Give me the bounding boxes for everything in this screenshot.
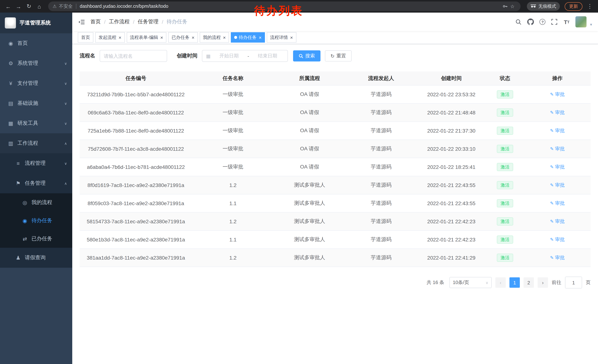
table-cell: 75d72608-7b7f-11ec-a3c8-acde48001122 — [80, 140, 192, 158]
update-button[interactable]: 更新 — [565, 2, 582, 11]
approve-link[interactable]: ✎ 审批 — [550, 200, 565, 206]
key-icon[interactable] — [501, 2, 509, 11]
tab-label: 首页 — [81, 34, 90, 40]
security-label[interactable]: 不安全 — [59, 3, 73, 9]
table-cell: 2022-01-22 18:25:41 — [417, 158, 486, 176]
sidebar-item-payment-management[interactable]: ¥ 支付管理 ∨ — [0, 73, 72, 93]
table-cell: ✎ 审批 — [524, 85, 590, 104]
end-date-placeholder: 结束日期 — [251, 53, 284, 59]
date-range-picker[interactable]: ▦ 开始日期 - 结束日期 — [202, 50, 288, 62]
tab-close-icon[interactable]: × — [223, 35, 226, 40]
pager-pages: 12 — [509, 277, 534, 288]
table-cell: 芋道源码 — [345, 85, 417, 104]
menu-dots-icon[interactable]: ⋮ — [585, 2, 594, 11]
tab-my-processes[interactable]: 我的流程× — [200, 32, 229, 43]
table-cell: 8f0d1619-7ac8-11ec-a9e2-a2380e71991a — [80, 176, 192, 194]
sidebar-item-my-processes[interactable]: ◎ 我的流程 — [0, 193, 72, 211]
forward-icon[interactable]: → — [14, 2, 23, 11]
tab-home[interactable]: 首页 — [78, 32, 93, 43]
filter-bar: 流程名 创建时间 ▦ 开始日期 - 结束日期 搜索 ↻ — [80, 50, 590, 62]
table-cell: 芋道源码 — [345, 176, 417, 194]
sidebar-item-home[interactable]: ◉ 首页 — [0, 33, 72, 53]
star-icon[interactable]: ☆ — [509, 2, 516, 11]
breadcrumb-item[interactable]: 任务管理 — [138, 18, 158, 25]
approve-link[interactable]: ✎ 审批 — [550, 164, 565, 170]
approve-link[interactable]: ✎ 审批 — [550, 110, 565, 115]
next-page-button[interactable]: › — [538, 277, 548, 288]
calendar-icon: ▦ — [206, 53, 211, 59]
table-cell: 1.1 — [192, 231, 274, 249]
app-title: 芋道管理系统 — [20, 20, 51, 26]
tab-label: 已办任务 — [172, 34, 189, 40]
approve-link[interactable]: ✎ 审批 — [550, 255, 565, 260]
app-logo[interactable]: 芋道管理系统 — [0, 13, 72, 33]
search-icon[interactable] — [515, 18, 522, 25]
tab-close-icon[interactable]: × — [259, 35, 262, 40]
tab-todo-tasks[interactable]: 待办任务× — [231, 32, 265, 43]
table-cell: 2022-01-22 23:53:32 — [417, 85, 486, 104]
page-button-2[interactable]: 2 — [523, 277, 534, 288]
chevron-down-icon: ∨ — [64, 61, 67, 65]
approve-link[interactable]: ✎ 审批 — [550, 146, 565, 152]
help-icon[interactable]: ? — [540, 19, 546, 25]
sidebar-item-system-management[interactable]: ⚙ 系统管理 ∨ — [0, 53, 72, 73]
github-icon[interactable] — [527, 18, 534, 25]
sidebar-item-process-management[interactable]: ≡ 流程管理 ∨ — [0, 153, 72, 173]
tab-close-icon[interactable]: × — [191, 35, 194, 40]
chevron-down-icon: ∨ — [64, 101, 67, 105]
breadcrumb-item[interactable]: 首页 — [91, 18, 101, 25]
table-cell: 73211d9d-7b9b-11ec-b5b7-acde48001122 — [80, 85, 192, 104]
home-icon[interactable]: ⌂ — [35, 2, 44, 11]
table-row: 75d72608-7b7f-11ec-a3c8-acde48001122一级审批… — [80, 140, 590, 158]
tab-done-tasks[interactable]: 已办任务× — [168, 32, 198, 43]
breadcrumb-separator: / — [104, 19, 106, 25]
sidebar-item-todo-tasks[interactable]: ◉ 待办任务 — [0, 211, 72, 230]
process-name-input[interactable] — [100, 50, 167, 62]
table-cell: 2022-01-22 21:37:30 — [417, 122, 486, 140]
page-button-1[interactable]: 1 — [509, 277, 520, 288]
approve-link[interactable]: ✎ 审批 — [550, 218, 565, 224]
avatar[interactable] — [576, 16, 587, 27]
sidebar-item-leave-query[interactable]: ♟ 请假查询 — [0, 248, 72, 268]
table-cell: ✎ 审批 — [524, 140, 590, 158]
table-cell: 一级审批 — [192, 104, 274, 122]
back-icon[interactable]: ← — [4, 2, 13, 11]
start-date-placeholder: 开始日期 — [213, 53, 245, 59]
reload-icon[interactable]: ↻ — [25, 2, 33, 11]
sidebar-item-dev-tools[interactable]: ▦ 研发工具 ∨ — [0, 113, 72, 133]
tab-process-detail[interactable]: 流程详情× — [267, 32, 296, 43]
sidebar-item-task-management[interactable]: ⚑ 任务管理 ∧ — [0, 173, 72, 193]
chevron-down-icon: ∨ — [64, 161, 67, 165]
sidebar-item-infrastructure[interactable]: ▤ 基础设施 ∨ — [0, 93, 72, 113]
approve-link[interactable]: ✎ 审批 — [550, 237, 565, 242]
approve-link[interactable]: ✎ 审批 — [550, 91, 565, 97]
edit-icon: ✎ — [550, 237, 554, 242]
font-size-icon[interactable]: TT — [563, 18, 570, 25]
goto-page-input[interactable] — [565, 277, 582, 289]
table-row: 725a1eb6-7b88-11ec-8ef0-acde48001122一级审批… — [80, 122, 590, 140]
table-cell: 芋道源码 — [345, 249, 417, 267]
table-cell: ✎ 审批 — [524, 176, 590, 194]
breadcrumb-item[interactable]: 工作流程 — [109, 18, 130, 25]
tab-process-form-edit[interactable]: 流程表单-编辑× — [126, 32, 166, 43]
prev-page-button[interactable]: ‹ — [495, 277, 506, 288]
flag-icon: ⚑ — [15, 180, 22, 186]
sidebar-item-workflow[interactable]: ▥ 工作流程 ∧ — [0, 133, 72, 153]
tab-close-icon[interactable]: × — [290, 35, 293, 40]
tab-start-process[interactable]: 发起流程× — [95, 32, 125, 43]
chevron-up-icon: ∧ — [64, 181, 67, 185]
reset-button[interactable]: ↻ 重置 — [325, 50, 352, 61]
hamburger-icon[interactable] — [78, 19, 85, 25]
caret-down-icon[interactable]: ▾ — [590, 22, 592, 27]
approve-link[interactable]: ✎ 审批 — [550, 182, 565, 188]
tab-close-icon[interactable]: × — [160, 35, 163, 40]
table-cell: ✎ 审批 — [524, 212, 590, 231]
url-text[interactable]: dashboard.yudao.iocoder.cn/bpm/task/todo — [80, 4, 168, 9]
page-size-select[interactable]: 10条/页 ∨ — [449, 277, 492, 288]
sidebar-item-done-tasks[interactable]: ⇄ 已办任务 — [0, 230, 72, 248]
search-button[interactable]: 搜索 — [293, 50, 321, 61]
tab-label: 发起流程 — [99, 34, 116, 40]
fullscreen-icon[interactable] — [551, 18, 558, 25]
tab-close-icon[interactable]: × — [119, 35, 121, 40]
approve-link[interactable]: ✎ 审批 — [550, 128, 565, 133]
